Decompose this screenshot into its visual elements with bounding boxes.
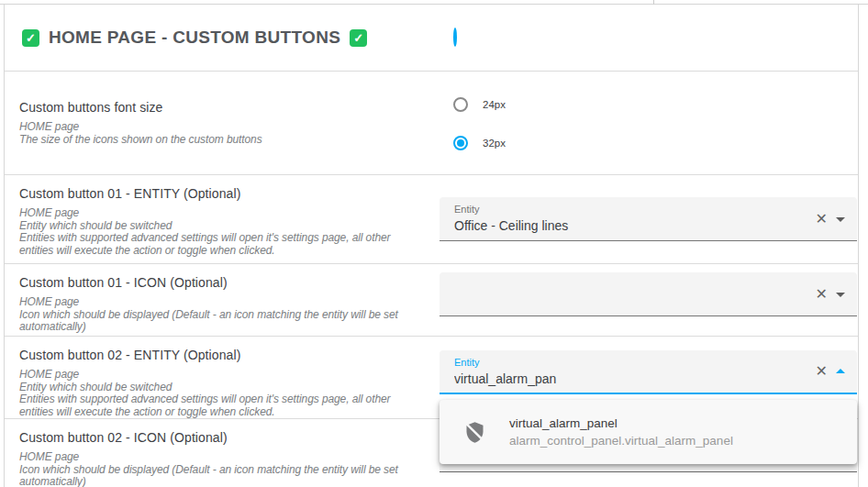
radio-label: 32px xyxy=(483,138,506,149)
chevron-down-icon[interactable] xyxy=(836,293,845,297)
section-header-left: ✓ HOME PAGE - CUSTOM BUTTONS ✓ xyxy=(5,28,440,48)
button02-entity-fieldcol: Entity virtual_alarm_pan ✕ virtual_alarm… xyxy=(440,337,858,418)
check-icon[interactable]: ✓ xyxy=(22,29,39,47)
button02-entity-texts: Custom button 02 - ENTITY (Optional) HOM… xyxy=(5,337,440,418)
check-icon[interactable]: ✓ xyxy=(350,29,367,47)
clear-icon[interactable]: ✕ xyxy=(816,287,828,302)
radio-icon[interactable] xyxy=(453,136,468,150)
setting-subtitle: Entity which should be switched xyxy=(19,220,416,233)
radio-option-32px[interactable]: 32px xyxy=(440,136,858,150)
button02-entity-row: Custom button 02 - ENTITY (Optional) HOM… xyxy=(5,337,858,419)
button01-icon-fieldcol: ✕ xyxy=(440,264,858,336)
field-label: Entity xyxy=(454,204,802,216)
setting-subtitle: HOME page xyxy=(19,369,416,382)
radio-icon[interactable] xyxy=(453,97,468,112)
setting-title: Custom buttons font size xyxy=(19,100,416,115)
field-label xyxy=(454,279,802,291)
setting-subtitle: HOME page xyxy=(19,207,416,220)
button01-entity-fieldcol: Entity Office - Ceiling lines ✕ xyxy=(440,175,858,263)
setting-title: Custom button 01 - ENTITY (Optional) xyxy=(19,186,416,201)
setting-subtitle: Icon which should be displayed (Default … xyxy=(19,464,416,487)
setting-subtitle: HOME page xyxy=(19,121,416,134)
font-size-texts: Custom buttons font size HOME page The s… xyxy=(5,72,440,174)
radio-label: 24px xyxy=(483,99,506,110)
entity-combobox[interactable]: Entity Office - Ceiling lines ✕ xyxy=(440,197,857,241)
button01-icon-texts: Custom button 01 - ICON (Optional) HOME … xyxy=(5,264,440,336)
font-size-row: Custom buttons font size HOME page The s… xyxy=(5,72,858,175)
chevron-down-icon[interactable] xyxy=(836,217,845,222)
settings-sheet: ✓ HOME PAGE - CUSTOM BUTTONS ✓ Custom bu… xyxy=(4,5,859,487)
button01-icon-row: Custom button 01 - ICON (Optional) HOME … xyxy=(5,264,858,337)
button01-entity-texts: Custom button 01 - ENTITY (Optional) HOM… xyxy=(5,175,440,263)
field-label: Entity xyxy=(454,357,802,369)
setting-subtitle: The size of the icons shown on the custo… xyxy=(19,134,416,147)
setting-subtitle: Entities with supported advanced setting… xyxy=(19,232,416,257)
clear-icon[interactable]: ✕ xyxy=(816,364,828,379)
entity-combobox-active[interactable]: Entity virtual_alarm_pan ✕ xyxy=(440,350,857,394)
setting-subtitle: Icon which should be displayed (Default … xyxy=(19,309,416,334)
entity-suggestion-list: virtual_alarm_panel alarm_control_panel.… xyxy=(440,400,857,464)
radio-option-24px[interactable]: 24px xyxy=(440,97,858,112)
setting-title: Custom button 02 - ENTITY (Optional) xyxy=(19,348,416,362)
setting-subtitle: Entities with supported advanced setting… xyxy=(19,393,416,418)
setting-title: Custom button 02 - ICON (Optional) xyxy=(19,430,416,445)
section-header-row: ✓ HOME PAGE - CUSTOM BUTTONS ✓ xyxy=(5,5,858,72)
shield-off-icon xyxy=(462,420,487,445)
button02-icon-texts: Custom button 02 - ICON (Optional) HOME … xyxy=(5,419,440,487)
setting-subtitle: HOME page xyxy=(19,451,416,464)
setting-title: Custom button 01 - ICON (Optional) xyxy=(19,275,416,290)
header-selected-radio[interactable] xyxy=(453,28,457,47)
icon-combobox[interactable]: ✕ xyxy=(440,272,857,316)
page-title: HOME PAGE - CUSTOM BUTTONS xyxy=(49,28,340,48)
clear-icon[interactable]: ✕ xyxy=(816,212,828,227)
chevron-up-icon[interactable] xyxy=(836,369,845,373)
setting-subtitle: Entity which should be switched xyxy=(19,382,416,394)
setting-subtitle: HOME page xyxy=(19,296,416,309)
suggestion-item[interactable]: virtual_alarm_panel alarm_control_panel.… xyxy=(509,416,733,448)
font-size-options: 24px 32px xyxy=(440,72,858,174)
button01-entity-row: Custom button 01 - ENTITY (Optional) HOM… xyxy=(5,175,858,264)
field-value: virtual_alarm_pan xyxy=(454,371,802,386)
section-header-right xyxy=(440,29,858,46)
suggestion-primary: virtual_alarm_panel xyxy=(509,416,733,430)
suggestion-secondary: alarm_control_panel.virtual_alarm_panel xyxy=(509,434,733,448)
field-value: Office - Ceiling lines xyxy=(454,218,802,233)
